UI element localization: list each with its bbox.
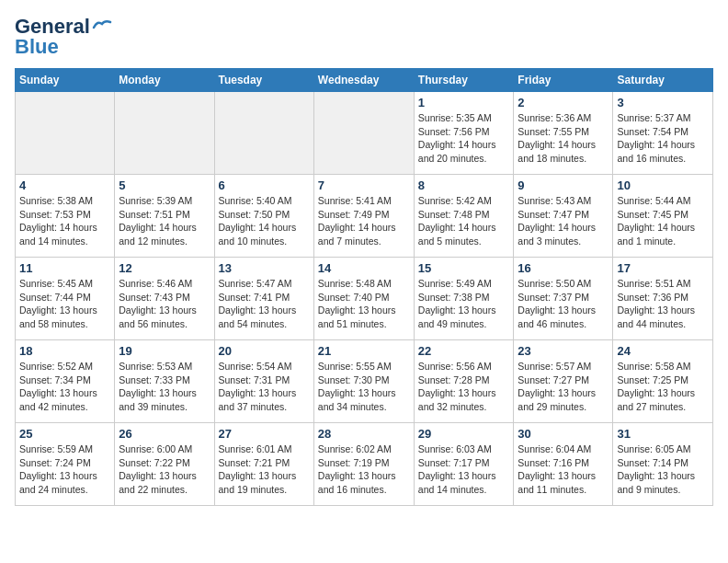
day-number: 11 bbox=[19, 261, 110, 275]
day-detail: Sunrise: 5:59 AM Sunset: 7:24 PM Dayligh… bbox=[19, 442, 110, 497]
day-detail: Sunrise: 5:39 AM Sunset: 7:51 PM Dayligh… bbox=[119, 194, 210, 248]
day-number: 27 bbox=[219, 427, 310, 441]
calendar-day-11: 11Sunrise: 5:45 AM Sunset: 7:44 PM Dayli… bbox=[16, 258, 115, 340]
day-detail: Sunrise: 6:04 AM Sunset: 7:16 PM Dayligh… bbox=[518, 442, 609, 497]
calendar-day-31: 31Sunrise: 6:05 AM Sunset: 7:14 PM Dayli… bbox=[613, 423, 713, 506]
day-number: 2 bbox=[518, 96, 609, 109]
calendar-day-30: 30Sunrise: 6:04 AM Sunset: 7:16 PM Dayli… bbox=[514, 423, 613, 506]
day-number: 9 bbox=[518, 178, 609, 192]
day-detail: Sunrise: 5:42 AM Sunset: 7:48 PM Dayligh… bbox=[418, 194, 510, 248]
calendar-day-20: 20Sunrise: 5:54 AM Sunset: 7:31 PM Dayli… bbox=[214, 340, 313, 423]
day-number: 19 bbox=[119, 344, 210, 358]
calendar-day-12: 12Sunrise: 5:46 AM Sunset: 7:43 PM Dayli… bbox=[115, 258, 214, 340]
day-detail: Sunrise: 6:05 AM Sunset: 7:14 PM Dayligh… bbox=[617, 442, 709, 497]
calendar-day-18: 18Sunrise: 5:52 AM Sunset: 7:34 PM Dayli… bbox=[16, 340, 115, 423]
day-detail: Sunrise: 5:56 AM Sunset: 7:28 PM Dayligh… bbox=[418, 360, 510, 414]
day-detail: Sunrise: 5:43 AM Sunset: 7:47 PM Dayligh… bbox=[518, 194, 609, 248]
weekday-header-saturday: Saturday bbox=[613, 69, 713, 92]
day-number: 1 bbox=[418, 96, 510, 109]
day-detail: Sunrise: 5:50 AM Sunset: 7:37 PM Dayligh… bbox=[518, 277, 609, 331]
calendar-day-3: 3Sunrise: 5:37 AM Sunset: 7:54 PM Daylig… bbox=[613, 92, 713, 175]
day-detail: Sunrise: 5:36 AM Sunset: 7:55 PM Dayligh… bbox=[518, 111, 609, 166]
day-number: 8 bbox=[418, 178, 510, 192]
logo: General Blue bbox=[15, 15, 112, 59]
calendar-day-13: 13Sunrise: 5:47 AM Sunset: 7:41 PM Dayli… bbox=[214, 258, 313, 340]
day-number: 7 bbox=[318, 178, 410, 192]
calendar-week-row: 11Sunrise: 5:45 AM Sunset: 7:44 PM Dayli… bbox=[16, 258, 713, 340]
calendar-week-row: 18Sunrise: 5:52 AM Sunset: 7:34 PM Dayli… bbox=[16, 340, 713, 423]
day-number: 16 bbox=[518, 261, 609, 275]
calendar-day-10: 10Sunrise: 5:44 AM Sunset: 7:45 PM Dayli… bbox=[613, 175, 713, 258]
calendar-day-25: 25Sunrise: 5:59 AM Sunset: 7:24 PM Dayli… bbox=[16, 423, 115, 506]
day-detail: Sunrise: 5:46 AM Sunset: 7:43 PM Dayligh… bbox=[119, 277, 210, 331]
day-detail: Sunrise: 5:53 AM Sunset: 7:33 PM Dayligh… bbox=[119, 360, 210, 414]
day-detail: Sunrise: 5:44 AM Sunset: 7:45 PM Dayligh… bbox=[617, 194, 709, 248]
day-detail: Sunrise: 5:37 AM Sunset: 7:54 PM Dayligh… bbox=[617, 111, 709, 166]
day-detail: Sunrise: 5:52 AM Sunset: 7:34 PM Dayligh… bbox=[19, 360, 110, 414]
calendar-empty-cell bbox=[115, 92, 214, 175]
logo-bird-icon bbox=[92, 18, 112, 35]
day-detail: Sunrise: 5:48 AM Sunset: 7:40 PM Dayligh… bbox=[318, 277, 410, 331]
weekday-header-thursday: Thursday bbox=[414, 69, 514, 92]
day-number: 6 bbox=[219, 178, 310, 192]
day-number: 22 bbox=[418, 344, 510, 358]
day-detail: Sunrise: 6:02 AM Sunset: 7:19 PM Dayligh… bbox=[318, 442, 410, 497]
day-number: 17 bbox=[617, 261, 709, 275]
calendar-day-29: 29Sunrise: 6:03 AM Sunset: 7:17 PM Dayli… bbox=[414, 423, 514, 506]
weekday-header-friday: Friday bbox=[514, 69, 613, 92]
day-number: 18 bbox=[19, 344, 110, 358]
calendar-day-17: 17Sunrise: 5:51 AM Sunset: 7:36 PM Dayli… bbox=[613, 258, 713, 340]
day-number: 29 bbox=[418, 427, 510, 441]
day-number: 31 bbox=[617, 427, 709, 441]
day-number: 4 bbox=[19, 178, 110, 192]
day-detail: Sunrise: 6:00 AM Sunset: 7:22 PM Dayligh… bbox=[119, 442, 210, 497]
calendar-day-24: 24Sunrise: 5:58 AM Sunset: 7:25 PM Dayli… bbox=[613, 340, 713, 423]
day-number: 30 bbox=[518, 427, 609, 441]
calendar-empty-cell bbox=[214, 92, 313, 175]
day-detail: Sunrise: 5:40 AM Sunset: 7:50 PM Dayligh… bbox=[219, 194, 310, 248]
calendar-day-6: 6Sunrise: 5:40 AM Sunset: 7:50 PM Daylig… bbox=[214, 175, 313, 258]
weekday-header-row: SundayMondayTuesdayWednesdayThursdayFrid… bbox=[16, 69, 713, 92]
day-detail: Sunrise: 5:51 AM Sunset: 7:36 PM Dayligh… bbox=[617, 277, 709, 331]
calendar-day-19: 19Sunrise: 5:53 AM Sunset: 7:33 PM Dayli… bbox=[115, 340, 214, 423]
calendar-day-28: 28Sunrise: 6:02 AM Sunset: 7:19 PM Dayli… bbox=[313, 423, 414, 506]
day-number: 15 bbox=[418, 261, 510, 275]
calendar-empty-cell bbox=[16, 92, 115, 175]
weekday-header-monday: Monday bbox=[115, 69, 214, 92]
day-number: 10 bbox=[617, 178, 709, 192]
day-number: 20 bbox=[219, 344, 310, 358]
day-number: 3 bbox=[617, 96, 709, 109]
day-number: 26 bbox=[119, 427, 210, 441]
day-detail: Sunrise: 5:41 AM Sunset: 7:49 PM Dayligh… bbox=[318, 194, 410, 248]
calendar-day-26: 26Sunrise: 6:00 AM Sunset: 7:22 PM Dayli… bbox=[115, 423, 214, 506]
day-detail: Sunrise: 5:49 AM Sunset: 7:38 PM Dayligh… bbox=[418, 277, 510, 331]
calendar-day-16: 16Sunrise: 5:50 AM Sunset: 7:37 PM Dayli… bbox=[514, 258, 613, 340]
calendar-day-21: 21Sunrise: 5:55 AM Sunset: 7:30 PM Dayli… bbox=[313, 340, 414, 423]
day-number: 14 bbox=[318, 261, 410, 275]
weekday-header-sunday: Sunday bbox=[16, 69, 115, 92]
weekday-header-tuesday: Tuesday bbox=[214, 69, 313, 92]
day-detail: Sunrise: 6:01 AM Sunset: 7:21 PM Dayligh… bbox=[219, 442, 310, 497]
calendar-day-15: 15Sunrise: 5:49 AM Sunset: 7:38 PM Dayli… bbox=[414, 258, 514, 340]
calendar-empty-cell bbox=[313, 92, 414, 175]
calendar-day-14: 14Sunrise: 5:48 AM Sunset: 7:40 PM Dayli… bbox=[313, 258, 414, 340]
day-number: 5 bbox=[119, 178, 210, 192]
calendar-week-row: 25Sunrise: 5:59 AM Sunset: 7:24 PM Dayli… bbox=[16, 423, 713, 506]
calendar-day-4: 4Sunrise: 5:38 AM Sunset: 7:53 PM Daylig… bbox=[16, 175, 115, 258]
calendar-day-7: 7Sunrise: 5:41 AM Sunset: 7:49 PM Daylig… bbox=[313, 175, 414, 258]
calendar-day-8: 8Sunrise: 5:42 AM Sunset: 7:48 PM Daylig… bbox=[414, 175, 514, 258]
logo-blue: Blue bbox=[15, 35, 59, 59]
day-detail: Sunrise: 5:55 AM Sunset: 7:30 PM Dayligh… bbox=[318, 360, 410, 414]
weekday-header-wednesday: Wednesday bbox=[313, 69, 414, 92]
day-number: 24 bbox=[617, 344, 709, 358]
day-detail: Sunrise: 5:35 AM Sunset: 7:56 PM Dayligh… bbox=[418, 111, 510, 166]
day-number: 28 bbox=[318, 427, 410, 441]
page-header: General Blue bbox=[15, 15, 713, 59]
calendar-day-1: 1Sunrise: 5:35 AM Sunset: 7:56 PM Daylig… bbox=[414, 92, 514, 175]
calendar-week-row: 1Sunrise: 5:35 AM Sunset: 7:56 PM Daylig… bbox=[16, 92, 713, 175]
day-number: 12 bbox=[119, 261, 210, 275]
day-detail: Sunrise: 5:54 AM Sunset: 7:31 PM Dayligh… bbox=[219, 360, 310, 414]
day-number: 23 bbox=[518, 344, 609, 358]
calendar-day-5: 5Sunrise: 5:39 AM Sunset: 7:51 PM Daylig… bbox=[115, 175, 214, 258]
day-number: 13 bbox=[219, 261, 310, 275]
